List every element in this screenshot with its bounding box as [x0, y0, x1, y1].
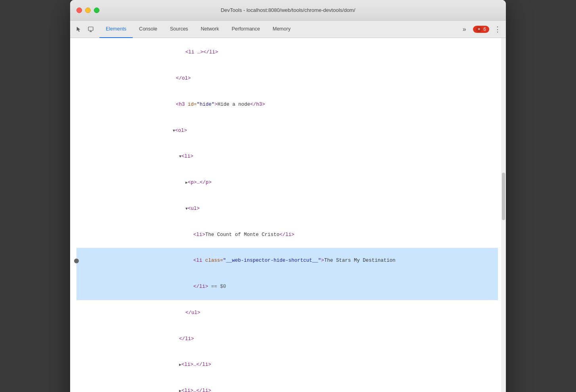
dom-line[interactable]: </ul>	[76, 300, 498, 326]
devtools-menu-button[interactable]: ⋮	[492, 23, 503, 35]
dom-line[interactable]: ▶<li>…</li>	[76, 352, 498, 378]
dom-tree[interactable]: <li …></li> </ol> <h3 id="hide">Hide a n…	[70, 38, 506, 392]
dom-line[interactable]: ▼<ul>	[76, 196, 498, 222]
tab-memory[interactable]: Memory	[266, 21, 297, 38]
traffic-lights	[76, 8, 99, 13]
main-tabs: Elements Console Sources Network Perform…	[99, 21, 459, 38]
error-count: 6	[483, 27, 486, 32]
dom-line[interactable]: </li>	[76, 326, 498, 352]
dom-line[interactable]: <li …></li>	[76, 40, 498, 66]
dom-line[interactable]: </ol>	[76, 66, 498, 92]
selection-dot	[74, 259, 79, 263]
svg-rect-0	[88, 27, 93, 30]
tab-performance[interactable]: Performance	[225, 21, 267, 38]
inspect-icon[interactable]	[85, 24, 96, 35]
close-button[interactable]	[76, 8, 82, 13]
toolbar: Elements Console Sources Network Perform…	[70, 21, 506, 38]
svg-rect-1	[90, 31, 92, 32]
dom-line-selected[interactable]: <li class="__web-inspector-hide-shortcut…	[76, 248, 498, 274]
error-icon: ✕	[476, 27, 482, 32]
minimize-button[interactable]	[85, 8, 91, 13]
dom-line[interactable]: ▼<ol>	[76, 118, 498, 144]
dom-line[interactable]: ▶<p>…</p>	[76, 170, 498, 196]
toolbar-right: » ✕ 6 ⋮	[459, 23, 503, 35]
dom-line[interactable]: <li>The Count of Monte Cristo</li>	[76, 222, 498, 248]
more-tabs-button[interactable]: »	[459, 24, 470, 35]
tab-network[interactable]: Network	[195, 21, 225, 38]
dom-line[interactable]: ▼<li>	[76, 144, 498, 170]
dom-line[interactable]: ▶<li>…</li>	[76, 378, 498, 392]
tab-elements[interactable]: Elements	[99, 21, 133, 38]
devtools-window: DevTools - localhost:8080/web/tools/chro…	[70, 0, 506, 392]
tab-sources[interactable]: Sources	[164, 21, 195, 38]
dom-panel: <li …></li> </ol> <h3 id="hide">Hide a n…	[70, 38, 506, 392]
dom-line-selected-cont[interactable]: </li> == $0	[76, 274, 498, 300]
scrollbar-thumb[interactable]	[502, 173, 505, 220]
toolbar-icons	[73, 24, 96, 35]
dom-line[interactable]: <h3 id="hide">Hide a node</h3>	[76, 92, 498, 118]
error-badge[interactable]: ✕ 6	[473, 26, 489, 33]
dom-scrollbar[interactable]	[501, 38, 506, 392]
window-title: DevTools - localhost:8080/web/tools/chro…	[221, 7, 355, 13]
titlebar: DevTools - localhost:8080/web/tools/chro…	[70, 0, 506, 21]
tab-console[interactable]: Console	[133, 21, 164, 38]
cursor-icon[interactable]	[73, 24, 84, 35]
maximize-button[interactable]	[94, 8, 99, 13]
